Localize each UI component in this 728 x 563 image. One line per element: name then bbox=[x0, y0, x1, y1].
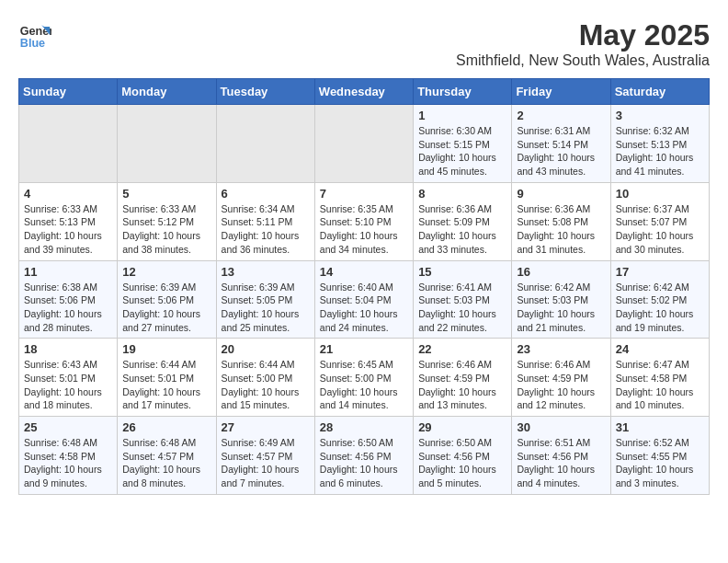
header-wednesday: Wednesday bbox=[314, 79, 413, 105]
calendar-cell bbox=[19, 105, 118, 183]
calendar-cell: 10Sunrise: 6:37 AMSunset: 5:07 PMDayligh… bbox=[610, 182, 709, 260]
day-number: 7 bbox=[320, 187, 408, 201]
day-number: 6 bbox=[222, 187, 310, 201]
calendar-cell: 18Sunrise: 6:43 AMSunset: 5:01 PMDayligh… bbox=[19, 339, 118, 417]
calendar-cell: 9Sunrise: 6:36 AMSunset: 5:08 PMDaylight… bbox=[512, 182, 610, 260]
day-number: 9 bbox=[517, 187, 605, 201]
day-info: Sunrise: 6:46 AMSunset: 4:59 PMDaylight:… bbox=[418, 358, 506, 412]
header-thursday: Thursday bbox=[414, 79, 512, 105]
day-info: Sunrise: 6:46 AMSunset: 4:59 PMDaylight:… bbox=[517, 358, 605, 412]
header-row: SundayMondayTuesdayWednesdayThursdayFrid… bbox=[19, 79, 710, 105]
day-info: Sunrise: 6:31 AMSunset: 5:14 PMDaylight:… bbox=[517, 124, 605, 178]
page-subtitle: Smithfield, New South Wales, Australia bbox=[456, 52, 710, 69]
day-number: 8 bbox=[418, 187, 506, 201]
day-info: Sunrise: 6:50 AMSunset: 4:56 PMDaylight:… bbox=[418, 436, 506, 490]
day-info: Sunrise: 6:44 AMSunset: 5:01 PMDaylight:… bbox=[122, 358, 210, 412]
calendar-cell bbox=[314, 105, 413, 183]
header-sunday: Sunday bbox=[19, 79, 118, 105]
day-number: 16 bbox=[517, 265, 605, 279]
day-info: Sunrise: 6:39 AMSunset: 5:05 PMDaylight:… bbox=[222, 281, 310, 335]
day-number: 30 bbox=[517, 420, 605, 434]
calendar-table: SundayMondayTuesdayWednesdayThursdayFrid… bbox=[18, 78, 710, 495]
day-number: 18 bbox=[24, 342, 112, 356]
day-info: Sunrise: 6:36 AMSunset: 5:09 PMDaylight:… bbox=[418, 202, 506, 257]
day-info: Sunrise: 6:37 AMSunset: 5:07 PMDaylight:… bbox=[616, 202, 704, 257]
day-number: 27 bbox=[222, 420, 310, 434]
week-row-2: 4Sunrise: 6:33 AMSunset: 5:13 PMDaylight… bbox=[19, 182, 710, 260]
day-number: 15 bbox=[418, 265, 506, 279]
day-info: Sunrise: 6:42 AMSunset: 5:03 PMDaylight:… bbox=[517, 281, 605, 335]
day-info: Sunrise: 6:47 AMSunset: 4:58 PMDaylight:… bbox=[616, 358, 704, 412]
day-number: 4 bbox=[24, 187, 112, 201]
day-number: 12 bbox=[122, 265, 210, 279]
day-number: 17 bbox=[616, 265, 704, 279]
day-number: 3 bbox=[616, 109, 704, 122]
calendar-cell bbox=[216, 105, 314, 183]
day-info: Sunrise: 6:41 AMSunset: 5:03 PMDaylight:… bbox=[418, 281, 506, 335]
day-info: Sunrise: 6:50 AMSunset: 4:56 PMDaylight:… bbox=[320, 436, 408, 490]
calendar-cell: 25Sunrise: 6:48 AMSunset: 4:58 PMDayligh… bbox=[19, 417, 118, 495]
calendar-cell: 2Sunrise: 6:31 AMSunset: 5:14 PMDaylight… bbox=[512, 105, 610, 183]
day-info: Sunrise: 6:51 AMSunset: 4:56 PMDaylight:… bbox=[517, 436, 605, 490]
day-info: Sunrise: 6:38 AMSunset: 5:06 PMDaylight:… bbox=[24, 281, 112, 335]
header-friday: Friday bbox=[512, 79, 610, 105]
day-info: Sunrise: 6:48 AMSunset: 4:58 PMDaylight:… bbox=[24, 436, 112, 490]
calendar-cell: 29Sunrise: 6:50 AMSunset: 4:56 PMDayligh… bbox=[414, 417, 512, 495]
day-info: Sunrise: 6:45 AMSunset: 5:00 PMDaylight:… bbox=[320, 358, 408, 412]
day-number: 21 bbox=[320, 342, 408, 356]
week-row-5: 25Sunrise: 6:48 AMSunset: 4:58 PMDayligh… bbox=[19, 417, 710, 495]
calendar-cell: 8Sunrise: 6:36 AMSunset: 5:09 PMDaylight… bbox=[414, 182, 512, 260]
calendar-cell: 24Sunrise: 6:47 AMSunset: 4:58 PMDayligh… bbox=[610, 339, 709, 417]
day-info: Sunrise: 6:44 AMSunset: 5:00 PMDaylight:… bbox=[222, 358, 310, 412]
day-info: Sunrise: 6:39 AMSunset: 5:06 PMDaylight:… bbox=[122, 281, 210, 335]
day-info: Sunrise: 6:35 AMSunset: 5:10 PMDaylight:… bbox=[320, 202, 408, 257]
calendar-cell: 6Sunrise: 6:34 AMSunset: 5:11 PMDaylight… bbox=[216, 182, 314, 260]
day-info: Sunrise: 6:43 AMSunset: 5:01 PMDaylight:… bbox=[24, 358, 112, 412]
day-number: 22 bbox=[418, 342, 506, 356]
calendar-cell bbox=[118, 105, 216, 183]
day-info: Sunrise: 6:30 AMSunset: 5:15 PMDaylight:… bbox=[418, 124, 506, 178]
calendar-cell: 16Sunrise: 6:42 AMSunset: 5:03 PMDayligh… bbox=[512, 260, 610, 339]
calendar-cell: 30Sunrise: 6:51 AMSunset: 4:56 PMDayligh… bbox=[512, 417, 610, 495]
day-info: Sunrise: 6:36 AMSunset: 5:08 PMDaylight:… bbox=[517, 202, 605, 257]
day-number: 23 bbox=[517, 342, 605, 356]
title-block: May 2025 Smithfield, New South Wales, Au… bbox=[456, 18, 710, 69]
day-number: 10 bbox=[616, 187, 704, 201]
week-row-1: 1Sunrise: 6:30 AMSunset: 5:15 PMDaylight… bbox=[19, 105, 710, 183]
calendar-cell: 15Sunrise: 6:41 AMSunset: 5:03 PMDayligh… bbox=[414, 260, 512, 339]
logo: General Blue bbox=[18, 18, 51, 52]
week-row-3: 11Sunrise: 6:38 AMSunset: 5:06 PMDayligh… bbox=[19, 260, 710, 339]
day-info: Sunrise: 6:34 AMSunset: 5:11 PMDaylight:… bbox=[222, 202, 310, 257]
calendar-cell: 21Sunrise: 6:45 AMSunset: 5:00 PMDayligh… bbox=[314, 339, 413, 417]
calendar-cell: 11Sunrise: 6:38 AMSunset: 5:06 PMDayligh… bbox=[19, 260, 118, 339]
day-info: Sunrise: 6:33 AMSunset: 5:12 PMDaylight:… bbox=[122, 202, 210, 257]
calendar-cell: 3Sunrise: 6:32 AMSunset: 5:13 PMDaylight… bbox=[610, 105, 709, 183]
page-title: May 2025 bbox=[456, 18, 710, 52]
svg-text:Blue: Blue bbox=[20, 37, 45, 50]
calendar-cell: 23Sunrise: 6:46 AMSunset: 4:59 PMDayligh… bbox=[512, 339, 610, 417]
calendar-cell: 12Sunrise: 6:39 AMSunset: 5:06 PMDayligh… bbox=[118, 260, 216, 339]
calendar-cell: 22Sunrise: 6:46 AMSunset: 4:59 PMDayligh… bbox=[414, 339, 512, 417]
header-tuesday: Tuesday bbox=[216, 79, 314, 105]
day-number: 31 bbox=[616, 420, 704, 434]
day-info: Sunrise: 6:48 AMSunset: 4:57 PMDaylight:… bbox=[122, 436, 210, 490]
day-number: 11 bbox=[24, 265, 112, 279]
day-number: 1 bbox=[418, 109, 506, 122]
header-monday: Monday bbox=[118, 79, 216, 105]
day-info: Sunrise: 6:32 AMSunset: 5:13 PMDaylight:… bbox=[616, 124, 704, 178]
day-number: 14 bbox=[320, 265, 408, 279]
calendar-cell: 13Sunrise: 6:39 AMSunset: 5:05 PMDayligh… bbox=[216, 260, 314, 339]
calendar-cell: 31Sunrise: 6:52 AMSunset: 4:55 PMDayligh… bbox=[610, 417, 709, 495]
calendar-cell: 1Sunrise: 6:30 AMSunset: 5:15 PMDaylight… bbox=[414, 105, 512, 183]
calendar-cell: 19Sunrise: 6:44 AMSunset: 5:01 PMDayligh… bbox=[118, 339, 216, 417]
week-row-4: 18Sunrise: 6:43 AMSunset: 5:01 PMDayligh… bbox=[19, 339, 710, 417]
day-info: Sunrise: 6:49 AMSunset: 4:57 PMDaylight:… bbox=[222, 436, 310, 490]
calendar-cell: 27Sunrise: 6:49 AMSunset: 4:57 PMDayligh… bbox=[216, 417, 314, 495]
calendar-cell: 17Sunrise: 6:42 AMSunset: 5:02 PMDayligh… bbox=[610, 260, 709, 339]
header-saturday: Saturday bbox=[610, 79, 709, 105]
day-info: Sunrise: 6:42 AMSunset: 5:02 PMDaylight:… bbox=[616, 281, 704, 335]
day-number: 24 bbox=[616, 342, 704, 356]
day-number: 20 bbox=[222, 342, 310, 356]
day-info: Sunrise: 6:33 AMSunset: 5:13 PMDaylight:… bbox=[24, 202, 112, 257]
day-number: 13 bbox=[222, 265, 310, 279]
